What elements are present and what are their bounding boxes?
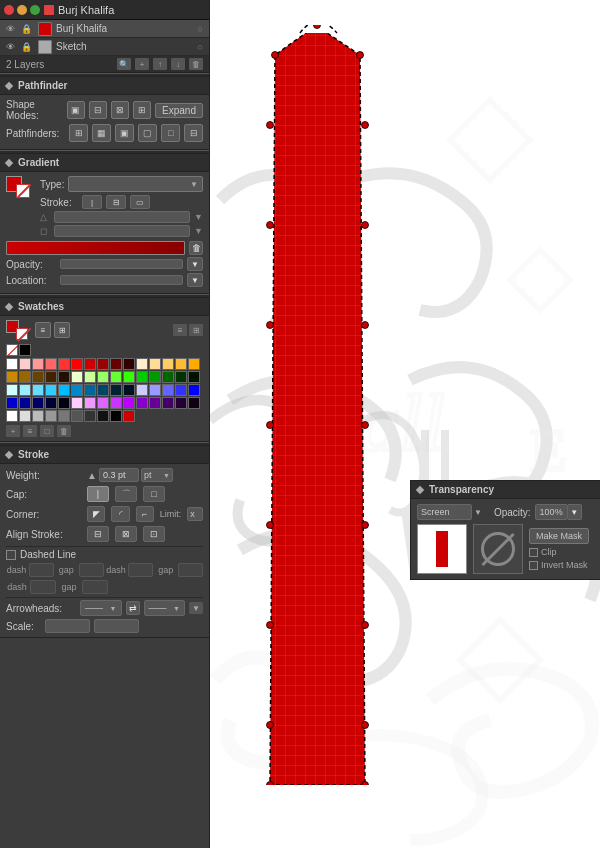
make-mask-btn[interactable]: Make Mask — [529, 528, 589, 544]
swatch-cell[interactable] — [58, 371, 70, 383]
sw-stroke[interactable] — [16, 328, 28, 340]
swatch-cell[interactable] — [19, 384, 31, 396]
scale-start-input[interactable] — [45, 619, 90, 633]
swatch-cell[interactable] — [123, 384, 135, 396]
swatch-cell[interactable] — [71, 358, 83, 370]
weight-unit-select[interactable]: pt ▼ — [141, 468, 173, 482]
search-icon[interactable]: 🔍 — [117, 58, 131, 70]
swatch-cell[interactable] — [97, 410, 109, 422]
layer-item-burjkhalifa[interactable]: 👁 🔒 Burj Khalifa ○ — [0, 20, 209, 38]
maximize-btn[interactable] — [30, 5, 40, 15]
swatch-cell[interactable] — [175, 384, 187, 396]
swatch-cell[interactable] — [123, 358, 135, 370]
swatch-menu-btn[interactable]: ≡ — [23, 425, 37, 437]
swatch-delete-btn[interactable]: 🗑 — [57, 425, 71, 437]
swatch-cell[interactable] — [32, 397, 44, 409]
swatch-cell[interactable] — [123, 410, 135, 422]
swatch-cell[interactable] — [71, 384, 83, 396]
arrow-start-select[interactable]: —— ▼ — [80, 600, 122, 616]
crop-btn[interactable]: ▢ — [138, 124, 157, 142]
swatch-cell[interactable] — [162, 371, 174, 383]
swatch-cell[interactable] — [45, 384, 57, 396]
expand-btn[interactable]: Expand — [155, 103, 203, 118]
location-dropdown[interactable]: ▼ — [187, 273, 203, 287]
swatch-cell[interactable] — [97, 358, 109, 370]
swatch-cell[interactable] — [188, 397, 200, 409]
layer-item-sketch[interactable]: 👁 🔒 Sketch ○ — [0, 38, 209, 56]
stroke-header[interactable]: Stroke — [0, 446, 209, 464]
swatch-registration[interactable] — [19, 344, 31, 356]
swatch-cell[interactable] — [97, 371, 109, 383]
swatch-cell[interactable] — [58, 358, 70, 370]
swatch-cell[interactable] — [19, 358, 31, 370]
swatch-cell[interactable] — [32, 371, 44, 383]
swatch-cell[interactable] — [175, 397, 187, 409]
swatch-cell[interactable] — [149, 397, 161, 409]
gap-input-2[interactable] — [178, 563, 203, 577]
arrow-end-select[interactable]: —— ▼ — [144, 600, 186, 616]
aspect-slider[interactable] — [54, 225, 190, 237]
swatch-cell[interactable] — [45, 410, 57, 422]
stroke-btn-2[interactable]: ⊟ — [106, 195, 126, 209]
swatch-cell[interactable] — [162, 397, 174, 409]
scale-end-input[interactable] — [94, 619, 139, 633]
delete-stop-btn[interactable]: 🗑 — [189, 241, 203, 255]
close-btn[interactable] — [4, 5, 14, 15]
stroke-btn-3[interactable]: ▭ — [130, 195, 150, 209]
swatch-cell[interactable] — [110, 384, 122, 396]
swatch-cell[interactable] — [110, 358, 122, 370]
list-view-btn[interactable]: ≡ — [35, 322, 51, 338]
swatch-cell[interactable] — [6, 397, 18, 409]
swatch-options-btn[interactable]: ≡ — [173, 324, 187, 336]
swatch-cell[interactable] — [84, 410, 96, 422]
swatch-cell[interactable] — [19, 371, 31, 383]
dash-input-3[interactable] — [30, 580, 56, 594]
cap-square-btn[interactable]: □ — [143, 486, 165, 502]
swatch-cell[interactable] — [84, 358, 96, 370]
swatch-cell[interactable] — [175, 371, 187, 383]
weight-stepper-up[interactable]: ▲ — [87, 470, 97, 481]
swatch-cell[interactable] — [19, 410, 31, 422]
new-layer-icon[interactable]: + — [135, 58, 149, 70]
swatch-cell[interactable] — [71, 397, 83, 409]
dash-input-2[interactable] — [128, 563, 153, 577]
stroke-btn-1[interactable]: | — [82, 195, 102, 209]
cap-round-btn[interactable]: ⌒ — [115, 486, 137, 502]
divide-btn[interactable]: ⊞ — [69, 124, 88, 142]
swatch-cell[interactable] — [32, 410, 44, 422]
swatch-cell[interactable] — [136, 358, 148, 370]
swatch-cell[interactable] — [97, 384, 109, 396]
swatch-cell[interactable] — [188, 384, 200, 396]
gap-input-3[interactable] — [82, 580, 108, 594]
gradient-header[interactable]: Gradient — [0, 154, 209, 172]
opacity-field[interactable]: 100% ▼ — [535, 504, 582, 520]
canvas-area[interactable]: all E — [210, 0, 600, 848]
swatch-cell[interactable] — [71, 410, 83, 422]
clip-checkbox[interactable] — [529, 548, 538, 557]
corner-round-btn[interactable]: ◜ — [111, 506, 129, 522]
swatch-none[interactable] — [6, 344, 18, 356]
swatch-grid-btn[interactable]: ⊞ — [189, 324, 203, 336]
swatch-cell[interactable] — [58, 410, 70, 422]
invert-checkbox[interactable] — [529, 561, 538, 570]
swatch-cell[interactable] — [19, 397, 31, 409]
swatch-cell[interactable] — [149, 371, 161, 383]
gap-input-1[interactable] — [79, 563, 104, 577]
swatches-header[interactable]: Swatches — [0, 298, 209, 316]
swatch-cell[interactable] — [45, 371, 57, 383]
swatch-cell[interactable] — [162, 358, 174, 370]
weight-input[interactable]: 0.3 pt — [99, 468, 139, 482]
swatch-cell[interactable] — [110, 397, 122, 409]
dash-input-1[interactable] — [29, 563, 54, 577]
swatch-new-group-btn[interactable]: □ — [40, 425, 54, 437]
corner-bevel-btn[interactable]: ⌐ — [136, 506, 154, 522]
sw-fill-stroke[interactable] — [6, 320, 28, 340]
opacity-slider[interactable] — [60, 259, 183, 269]
blend-mode-field[interactable]: Screen ▼ — [417, 504, 482, 520]
swatch-cell[interactable] — [188, 358, 200, 370]
swatch-cell[interactable] — [84, 371, 96, 383]
outline-btn[interactable]: □ — [161, 124, 180, 142]
swatch-cell[interactable] — [136, 371, 148, 383]
intersect-btn[interactable]: ⊠ — [111, 101, 129, 119]
limit-input[interactable]: x — [187, 507, 203, 521]
